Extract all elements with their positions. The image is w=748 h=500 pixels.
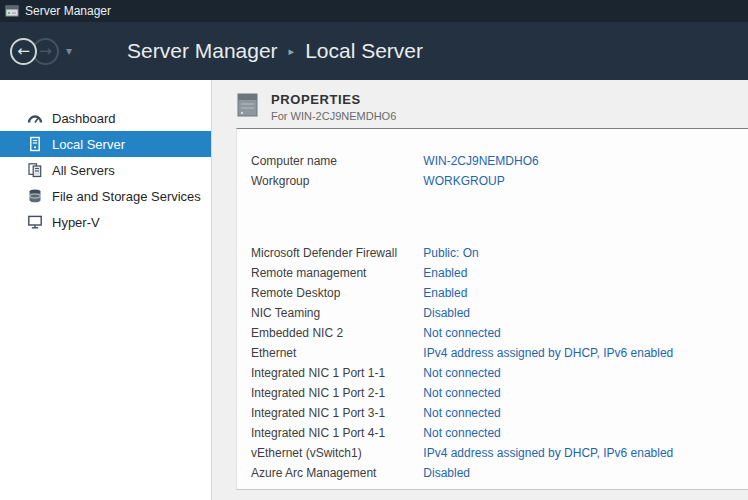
hyperv-monitor-icon	[26, 214, 43, 231]
property-row-workgroup: Workgroup WORKGROUP	[251, 171, 748, 191]
breadcrumb-server-manager[interactable]: Server Manager	[127, 39, 278, 63]
property-label: Integrated NIC 1 Port 4-1	[251, 423, 420, 443]
sidebar: Dashboard Local Server	[0, 80, 212, 500]
sidebar-item-file-and-storage-services[interactable]: File and Storage Services ▷	[0, 183, 211, 209]
property-label: NIC Teaming	[251, 303, 420, 323]
sidebar-item-label: All Servers	[52, 163, 115, 178]
property-row-integrated-nic-4-1: Integrated NIC 1 Port 4-1 Not connected	[251, 423, 748, 443]
property-label: Embedded NIC 2	[251, 323, 420, 343]
property-value-link[interactable]: Not connected	[423, 386, 500, 400]
properties-header: PROPERTIES For WIN-2CJ9NEMDHO6	[236, 92, 396, 122]
sidebar-item-label: Hyper-V	[52, 215, 100, 230]
property-row-vethernet: vEthernet (vSwitch1) IPv4 address assign…	[251, 443, 748, 463]
property-value-link[interactable]: Not connected	[423, 426, 500, 440]
storage-icon	[26, 188, 43, 205]
property-label: Microsoft Defender Firewall	[251, 243, 420, 263]
property-label: Workgroup	[251, 171, 420, 191]
titlebar: Server Manager	[0, 0, 748, 22]
property-label: Remote Desktop	[251, 283, 420, 303]
property-row-integrated-nic-1-1: Integrated NIC 1 Port 1-1 Not connected	[251, 363, 748, 383]
main-content: PROPERTIES For WIN-2CJ9NEMDHO6 Computer …	[212, 80, 748, 500]
property-row-firewall: Microsoft Defender Firewall Public: On	[251, 243, 748, 263]
sidebar-item-all-servers[interactable]: All Servers	[0, 157, 211, 183]
property-value-link[interactable]: WORKGROUP	[423, 174, 504, 188]
property-value-link[interactable]: Enabled	[423, 286, 467, 300]
property-label: Computer name	[251, 151, 420, 171]
window-title: Server Manager	[25, 4, 111, 18]
property-row-remote-management: Remote management Enabled	[251, 263, 748, 283]
property-row-azure-arc: Azure Arc Management Disabled	[251, 463, 748, 483]
sidebar-item-local-server[interactable]: Local Server	[0, 131, 211, 157]
property-value-link[interactable]: Not connected	[423, 366, 500, 380]
property-label: Ethernet	[251, 343, 420, 363]
app-body: Dashboard Local Server	[0, 80, 748, 500]
property-row-nic-teaming: NIC Teaming Disabled	[251, 303, 748, 323]
property-value-link[interactable]: Disabled	[423, 466, 470, 480]
property-row-ethernet: Ethernet IPv4 address assigned by DHCP, …	[251, 343, 748, 363]
back-button[interactable]: ←	[10, 38, 37, 65]
section-title: PROPERTIES	[271, 92, 396, 107]
property-value-link[interactable]: IPv4 address assigned by DHCP, IPv6 enab…	[423, 446, 673, 460]
property-value-link[interactable]: Not connected	[423, 406, 500, 420]
sidebar-item-label: File and Storage Services	[52, 189, 201, 204]
property-row-computer-name: Computer name WIN-2CJ9NEMDHO6	[251, 151, 748, 171]
property-label: Azure Arc Management	[251, 463, 420, 483]
properties-panel: Computer name WIN-2CJ9NEMDHO6 Workgroup …	[236, 128, 748, 490]
property-value-link[interactable]: WIN-2CJ9NEMDHO6	[423, 154, 538, 168]
property-row-remote-desktop: Remote Desktop Enabled	[251, 283, 748, 303]
property-row-embedded-nic-2: Embedded NIC 2 Not connected	[251, 323, 748, 343]
section-subtitle: For WIN-2CJ9NEMDHO6	[271, 110, 396, 122]
forward-arrow-icon: →	[39, 44, 52, 59]
sidebar-item-dashboard[interactable]: Dashboard	[0, 105, 211, 131]
sidebar-item-label: Dashboard	[52, 111, 116, 126]
property-label: Remote management	[251, 263, 420, 283]
property-label: vEthernet (vSwitch1)	[251, 443, 420, 463]
property-label: Integrated NIC 1 Port 1-1	[251, 363, 420, 383]
property-row-integrated-nic-3-1: Integrated NIC 1 Port 3-1 Not connected	[251, 403, 748, 423]
all-servers-icon	[26, 162, 43, 179]
property-value-link[interactable]: Enabled	[423, 266, 467, 280]
property-label: Integrated NIC 1 Port 3-1	[251, 403, 420, 423]
properties-server-icon	[236, 93, 259, 121]
property-value-link[interactable]: Disabled	[423, 306, 470, 320]
breadcrumb: Server Manager ▸ Local Server	[127, 39, 423, 63]
sidebar-item-hyper-v[interactable]: Hyper-V	[0, 209, 211, 235]
property-value-link[interactable]: Public: On	[423, 246, 478, 260]
nav-buttons: ← → ▾	[10, 38, 72, 65]
property-label: Integrated NIC 1 Port 2-1	[251, 383, 420, 403]
property-value-link[interactable]: Not connected	[423, 326, 500, 340]
server-manager-app-icon	[5, 4, 19, 18]
dashboard-gauge-icon	[26, 110, 43, 127]
breadcrumb-local-server[interactable]: Local Server	[305, 39, 423, 63]
nav-history-dropdown-icon[interactable]: ▾	[66, 44, 72, 58]
back-arrow-icon: ←	[17, 44, 30, 59]
breadcrumb-separator-icon: ▸	[278, 45, 306, 58]
sidebar-item-label: Local Server	[52, 137, 125, 152]
navigation-bar: ← → ▾ Server Manager ▸ Local Server	[0, 22, 748, 80]
local-server-icon	[26, 136, 43, 153]
property-value-link[interactable]: IPv4 address assigned by DHCP, IPv6 enab…	[423, 346, 673, 360]
property-row-integrated-nic-2-1: Integrated NIC 1 Port 2-1 Not connected	[251, 383, 748, 403]
